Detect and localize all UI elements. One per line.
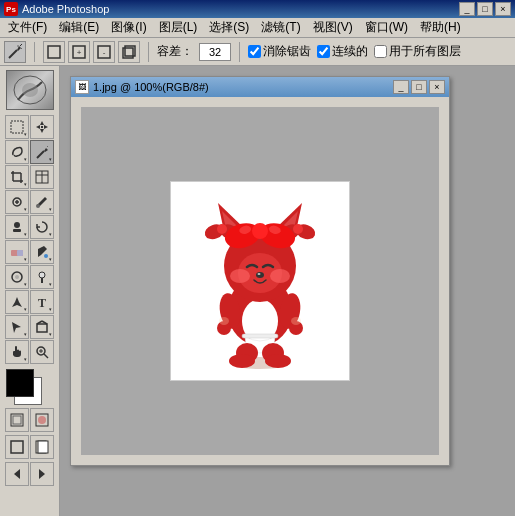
svg-point-38: [44, 254, 48, 258]
tool-shape[interactable]: ▾: [30, 315, 54, 339]
svg-marker-59: [14, 469, 20, 479]
magic-wand-icon[interactable]: [4, 41, 26, 63]
mode-new[interactable]: [43, 41, 65, 63]
tool-magic-wand[interactable]: ▾: [30, 140, 54, 164]
menu-help[interactable]: 帮助(H): [414, 17, 467, 38]
menu-layer[interactable]: 图层(L): [153, 17, 204, 38]
svg-line-4: [21, 48, 22, 49]
tool-eraser[interactable]: ▾: [5, 240, 29, 264]
anti-alias-checkbox[interactable]: [248, 45, 261, 58]
mode-subtract[interactable]: -: [93, 41, 115, 63]
tool-marquee[interactable]: ▾: [5, 115, 29, 139]
tool-pen[interactable]: ▾: [5, 290, 29, 314]
svg-marker-18: [44, 125, 48, 129]
sample-all-option[interactable]: 用于所有图层: [374, 43, 461, 60]
menu-file[interactable]: 文件(F): [2, 17, 53, 38]
nav-right[interactable]: [30, 462, 54, 486]
tool-brush[interactable]: ▾: [30, 190, 54, 214]
main-area: ▾ ▾: [0, 66, 515, 516]
tool-history[interactable]: ▾: [30, 215, 54, 239]
svg-point-41: [39, 272, 45, 278]
quick-mask-mode[interactable]: [30, 408, 54, 432]
document-window: 🖼 1.jpg @ 100%(RGB/8#) _ □ ×: [70, 76, 450, 466]
mode-intersect[interactable]: [118, 41, 140, 63]
svg-point-82: [293, 224, 303, 234]
tool-row-7: ▾ ▾: [5, 265, 54, 289]
anti-alias-label: 消除锯齿: [263, 43, 311, 60]
nav-row: [5, 462, 54, 486]
tool-text[interactable]: T ▾: [30, 290, 54, 314]
tool-blur[interactable]: ▾: [5, 265, 29, 289]
tool-preview: [6, 70, 54, 110]
minimize-button[interactable]: _: [459, 2, 475, 16]
tool-fill[interactable]: ▾: [30, 240, 54, 264]
svg-point-71: [265, 354, 291, 368]
menu-image[interactable]: 图像(I): [105, 17, 152, 38]
tool-lasso[interactable]: ▾: [5, 140, 29, 164]
menu-filter[interactable]: 滤镜(T): [255, 17, 306, 38]
sample-all-label: 用于所有图层: [389, 43, 461, 60]
svg-point-33: [36, 204, 40, 208]
title-bar: Ps Adobe Photoshop _ □ ×: [0, 0, 515, 18]
doc-minimize[interactable]: _: [393, 80, 409, 94]
menu-edit[interactable]: 编辑(E): [53, 17, 105, 38]
separator-1: [34, 42, 35, 62]
doc-close[interactable]: ×: [429, 80, 445, 94]
svg-point-79: [217, 224, 227, 234]
document-icon: 🖼: [75, 80, 89, 94]
tool-dodge[interactable]: ▾: [30, 265, 54, 289]
screen-mode-2[interactable]: [30, 435, 54, 459]
tool-path-select[interactable]: ▾: [5, 315, 29, 339]
tolerance-input[interactable]: [199, 43, 231, 61]
tool-row-8: ▾ T ▾: [5, 290, 54, 314]
foreground-color[interactable]: [6, 369, 34, 397]
contiguous-label: 连续的: [332, 43, 368, 60]
tool-healing[interactable]: ▾: [5, 190, 29, 214]
svg-point-69: [229, 354, 255, 368]
svg-marker-16: [40, 129, 44, 133]
menu-select[interactable]: 选择(S): [203, 17, 255, 38]
nav-left[interactable]: [5, 462, 29, 486]
mode-add[interactable]: +: [68, 41, 90, 63]
tool-crop[interactable]: ▾: [5, 165, 29, 189]
tool-row-10: ▾: [5, 340, 54, 364]
svg-marker-60: [39, 469, 45, 479]
maximize-button[interactable]: □: [477, 2, 493, 16]
svg-point-91: [256, 272, 264, 278]
screen-mode-1[interactable]: [5, 435, 29, 459]
canvas-content: [81, 107, 439, 455]
anti-alias-option[interactable]: 消除锯齿: [248, 43, 311, 60]
tool-row-5: ▾ ▾: [5, 215, 54, 239]
contiguous-checkbox[interactable]: [317, 45, 330, 58]
contiguous-option[interactable]: 连续的: [317, 43, 368, 60]
doc-restore[interactable]: □: [411, 80, 427, 94]
svg-point-13: [22, 83, 38, 97]
tool-move[interactable]: [30, 115, 54, 139]
standard-mode[interactable]: [5, 408, 29, 432]
tool-slice[interactable]: [30, 165, 54, 189]
app-icon: Ps: [4, 2, 18, 16]
tool-stamp[interactable]: ▾: [5, 215, 29, 239]
svg-text:+: +: [77, 48, 82, 57]
svg-text:-: -: [103, 48, 106, 57]
menu-window[interactable]: 窗口(W): [359, 17, 414, 38]
quick-mask-row: [5, 408, 54, 432]
tool-hand[interactable]: ▾: [5, 340, 29, 364]
svg-marker-21: [44, 148, 48, 152]
tool-zoom[interactable]: [30, 340, 54, 364]
image-canvas[interactable]: [170, 181, 350, 381]
color-swatches[interactable]: [6, 369, 54, 405]
close-button[interactable]: ×: [495, 2, 511, 16]
menu-view[interactable]: 视图(V): [307, 17, 359, 38]
tool-row-1: ▾: [5, 115, 54, 139]
tool-row-6: ▾ ▾: [5, 240, 54, 264]
svg-rect-95: [242, 334, 278, 338]
svg-line-20: [37, 151, 44, 158]
svg-rect-53: [13, 416, 21, 424]
svg-rect-19: [41, 126, 43, 128]
sample-all-checkbox[interactable]: [374, 45, 387, 58]
document-title: 1.jpg @ 100%(RGB/8#): [93, 81, 393, 93]
svg-text:T: T: [38, 296, 46, 309]
tool-row-4: ▾ ▾: [5, 190, 54, 214]
toolbox: ▾ ▾: [0, 66, 60, 516]
